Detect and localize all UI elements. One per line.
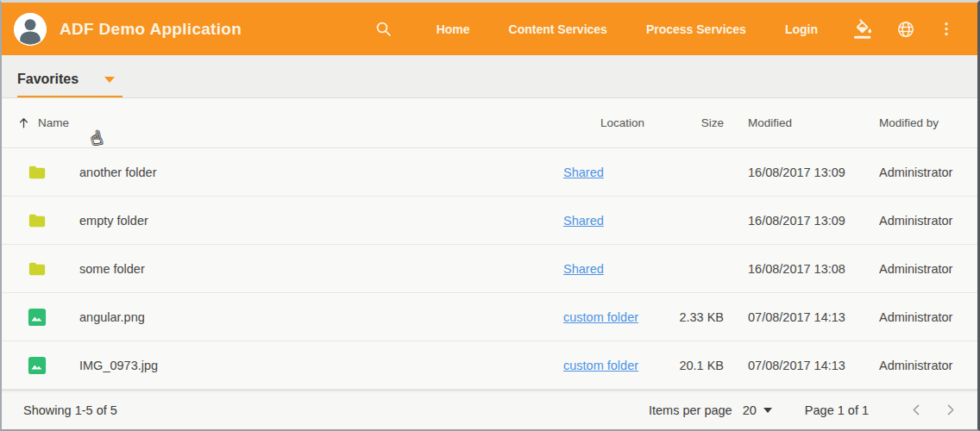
modified-date: 16/08/2017 13:09: [731, 166, 879, 179]
file-name[interactable]: angular.png: [79, 310, 563, 324]
image-file-icon: [28, 356, 47, 375]
file-size: 20.1 KB: [660, 359, 731, 372]
file-name[interactable]: empty folder: [79, 214, 563, 228]
image-file-icon: [28, 308, 47, 327]
table-row[interactable]: some folder Shared 16/08/2017 13:08 Admi…: [2, 245, 977, 293]
column-header-size[interactable]: Size: [660, 116, 731, 129]
app-window: ADF Demo Application Home Content Servic…: [0, 0, 980, 431]
modified-by: Administrator: [879, 214, 957, 228]
avatar[interactable]: [14, 13, 47, 46]
nav-login[interactable]: Login: [785, 22, 818, 36]
nav-home[interactable]: Home: [437, 22, 470, 36]
items-per-page-select[interactable]: 20: [743, 403, 772, 417]
pagination-bar: Showing 1-5 of 5 Items per page 20 Page …: [2, 390, 977, 429]
modified-by: Administrator: [879, 262, 957, 276]
header-actions: [837, 14, 960, 44]
table-body: another folder Shared 16/08/2017 13:09 A…: [2, 148, 977, 390]
modified-date: 16/08/2017 13:09: [731, 214, 879, 228]
table-row[interactable]: empty folder Shared 16/08/2017 13:09 Adm…: [2, 197, 977, 245]
document-list: Name Location Size Modified Modified by …: [2, 98, 977, 390]
modified-date: 07/08/2017 14:13: [731, 310, 879, 324]
column-header-modified-by[interactable]: Modified by: [879, 116, 957, 129]
table-header-row: Name Location Size Modified Modified by: [2, 98, 977, 148]
location-link[interactable]: Shared: [563, 262, 604, 276]
folder-icon: [28, 259, 47, 278]
more-vert-icon[interactable]: [933, 16, 960, 43]
file-size: 2.33 KB: [660, 310, 731, 324]
table-row[interactable]: angular.png custom folder 2.33 KB 07/08/…: [2, 293, 977, 341]
location-link[interactable]: Shared: [563, 214, 604, 228]
main-nav: Home Content Services Process Services L…: [398, 22, 818, 36]
location-link[interactable]: Shared: [563, 166, 604, 179]
items-per-page-label: Items per page: [649, 403, 732, 417]
modified-date: 16/08/2017 13:08: [731, 262, 879, 276]
favorites-dropdown[interactable]: Favorites: [17, 63, 122, 97]
user-avatar-icon: [14, 13, 47, 46]
table-row[interactable]: IMG_0973.jpg custom folder 20.1 KB 07/08…: [2, 341, 977, 390]
location-link[interactable]: custom folder: [563, 310, 638, 324]
table-row[interactable]: another folder Shared 16/08/2017 13:09 A…: [2, 148, 977, 197]
sort-ascending-icon: [17, 116, 30, 129]
next-page-icon[interactable]: [939, 398, 962, 422]
file-name[interactable]: another folder: [79, 166, 563, 179]
app-header: ADF Demo Application Home Content Servic…: [2, 3, 977, 55]
column-header-name[interactable]: Name: [17, 116, 563, 129]
chevron-down-icon: [763, 408, 772, 413]
modified-by: Administrator: [879, 359, 957, 372]
search-icon[interactable]: [369, 15, 398, 43]
items-per-page-value: 20: [743, 403, 757, 417]
favorites-label: Favorites: [17, 72, 79, 87]
modified-by: Administrator: [879, 166, 957, 179]
nav-process-services[interactable]: Process Services: [646, 22, 746, 36]
modified-by: Administrator: [879, 310, 957, 324]
language-globe-icon[interactable]: [891, 15, 920, 44]
file-name[interactable]: IMG_0973.jpg: [79, 359, 563, 372]
folder-icon: [28, 163, 47, 182]
location-link[interactable]: custom folder: [563, 359, 638, 372]
folder-icon: [28, 211, 47, 230]
page-indicator: Page 1 of 1: [805, 403, 869, 417]
pagination-range: Showing 1-5 of 5: [23, 403, 117, 417]
column-header-modified[interactable]: Modified: [731, 116, 879, 129]
view-switcher-bar: Favorites ☝: [2, 55, 977, 98]
chevron-down-icon: [104, 77, 115, 83]
column-header-location[interactable]: Location: [563, 116, 660, 129]
theme-color-fill-icon[interactable]: [849, 14, 879, 44]
previous-page-icon[interactable]: [905, 398, 928, 422]
modified-date: 07/08/2017 14:13: [731, 359, 879, 372]
nav-content-services[interactable]: Content Services: [509, 22, 607, 36]
file-name[interactable]: some folder: [79, 262, 563, 276]
app-title: ADF Demo Application: [60, 20, 242, 39]
